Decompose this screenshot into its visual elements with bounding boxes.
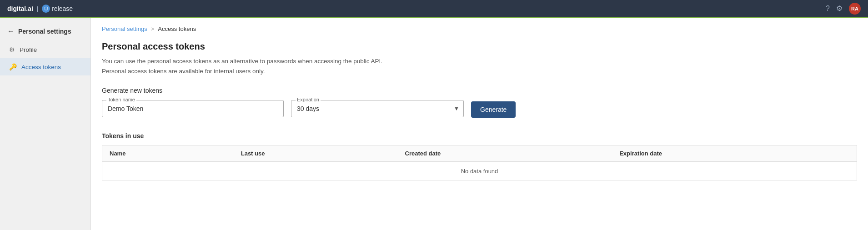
expiration-field-group: Expiration 30 days 60 days 90 days No ex…: [291, 100, 464, 117]
token-name-input[interactable]: [102, 100, 284, 117]
col-expiration-date: Expiration date: [612, 145, 857, 162]
brand-dot: |: [37, 5, 38, 12]
access-tokens-icon: 🔑: [9, 63, 17, 70]
user-avatar[interactable]: RA: [849, 3, 861, 15]
sidebar-header-label: Personal settings: [18, 28, 71, 35]
topbar-actions: ? ⚙ RA: [826, 3, 861, 15]
main-content: Personal settings > Access tokens Person…: [91, 18, 868, 230]
breadcrumb-current: Access tokens: [158, 25, 196, 32]
release-text: release: [52, 5, 73, 12]
token-name-field-group: Token name: [102, 100, 284, 117]
tokens-table-body: No data found: [102, 162, 857, 180]
topbar: digital.ai | ⬡ release ? ⚙ RA: [0, 0, 868, 18]
col-created-date: Created date: [398, 145, 612, 162]
help-icon[interactable]: ?: [826, 5, 830, 13]
release-label: ⬡ release: [42, 5, 73, 13]
col-name: Name: [102, 145, 234, 162]
generate-section-title: Generate new tokens: [102, 87, 857, 94]
generate-button[interactable]: Generate: [471, 101, 516, 118]
tokens-table-header-row: Name Last use Created date Expiration da…: [102, 145, 857, 162]
generate-form: Token name Expiration 30 days 60 days 90…: [102, 100, 857, 118]
expiration-select[interactable]: 30 days 60 days 90 days No expiration: [291, 100, 464, 117]
tokens-in-use-title: Tokens in use: [102, 132, 857, 140]
brand-name: digital.ai: [7, 5, 33, 12]
no-data-row: No data found: [102, 162, 857, 180]
brand-logo: digital.ai: [7, 5, 33, 12]
expiration-label: Expiration: [296, 97, 321, 102]
sidebar-item-access-tokens[interactable]: 🔑 Access tokens: [0, 58, 90, 75]
breadcrumb: Personal settings > Access tokens: [91, 18, 868, 38]
profile-icon: ⚙: [9, 46, 15, 53]
back-arrow-icon: ←: [7, 27, 15, 35]
page-title: Personal access tokens: [102, 41, 857, 52]
token-name-label: Token name: [106, 97, 136, 102]
breadcrumb-separator: >: [151, 25, 155, 32]
col-last-use: Last use: [234, 145, 398, 162]
sidebar-back-button[interactable]: ← Personal settings: [0, 22, 90, 41]
release-icon: ⬡: [42, 5, 50, 13]
sidebar-item-profile-label: Profile: [20, 46, 37, 53]
description-line-1: You can use the personal access tokens a…: [102, 56, 857, 66]
settings-icon[interactable]: ⚙: [836, 4, 843, 13]
page-content: Personal access tokens You can use the p…: [91, 38, 868, 191]
tokens-table: Name Last use Created date Expiration da…: [102, 145, 857, 180]
tokens-table-header: Name Last use Created date Expiration da…: [102, 145, 857, 162]
description-line-2: Personal access tokens are available for…: [102, 66, 857, 76]
breadcrumb-parent[interactable]: Personal settings: [102, 25, 147, 32]
no-data-message: No data found: [102, 162, 857, 180]
sidebar-item-profile[interactable]: ⚙ Profile: [0, 41, 90, 58]
topbar-brand-area: digital.ai | ⬡ release: [7, 5, 73, 13]
page-description: You can use the personal access tokens a…: [102, 56, 857, 76]
sidebar: ← Personal settings ⚙ Profile 🔑 Access t…: [0, 18, 91, 230]
sidebar-item-access-tokens-label: Access tokens: [21, 64, 61, 70]
